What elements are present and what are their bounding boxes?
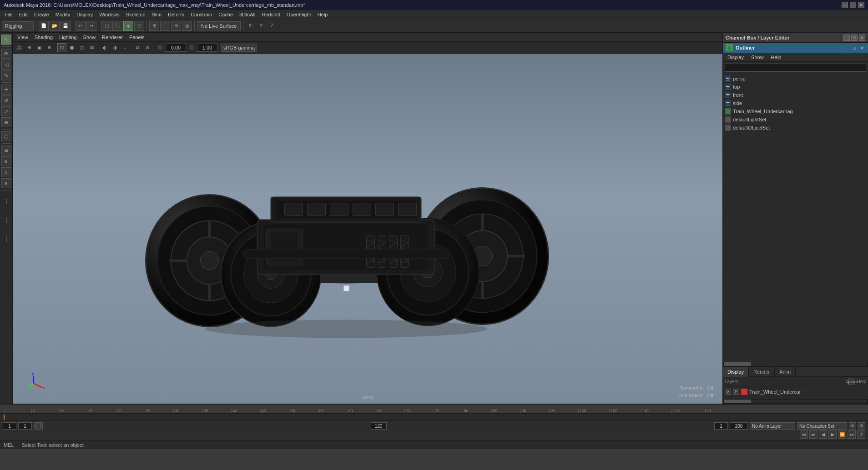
outliner-item-default-light-set[interactable]: ⬡ defaultLightSet: [723, 115, 868, 124]
tab-display[interactable]: Display: [723, 367, 749, 377]
save-scene-button[interactable]: 💾: [61, 21, 71, 31]
select-components-button[interactable]: ⬡: [134, 21, 144, 31]
outliner-menu-display[interactable]: Display: [725, 53, 747, 62]
menu-deform[interactable]: Deform: [165, 10, 187, 19]
outliner-maximize[interactable]: □: [851, 45, 858, 51]
soft-mod-button[interactable]: ⬡: [1, 131, 11, 141]
maximize-button[interactable]: □: [850, 2, 856, 8]
outliner-item-default-object-set[interactable]: ⬡ defaultObjectSet: [723, 124, 868, 132]
viewport-menu-renderer[interactable]: Renderer: [99, 33, 126, 42]
snap-point-button[interactable]: ⊕: [171, 21, 181, 31]
paint-select-button[interactable]: ✎: [1, 70, 11, 80]
vt-gamma-input[interactable]: 1.00: [197, 44, 217, 52]
menu-help[interactable]: Help: [315, 10, 331, 19]
go-to-start-button[interactable]: ⏮: [800, 430, 808, 439]
vt-antialias-button[interactable]: ○: [120, 43, 129, 52]
vt-exposure-input[interactable]: 0.00: [166, 44, 186, 52]
go-to-end-button[interactable]: ⏭: [848, 430, 856, 439]
select-tool-button[interactable]: ↖: [1, 35, 11, 45]
snap-curve-button[interactable]: ⌒: [160, 21, 170, 31]
play-back-button[interactable]: ◀: [819, 430, 827, 439]
layer-color-swatch[interactable]: [741, 389, 747, 395]
viewport-menu-view[interactable]: View: [15, 33, 31, 42]
play-forward-button[interactable]: ▶: [828, 430, 837, 439]
vt-camera-button[interactable]: 🎥: [15, 43, 24, 52]
lasso-tool-button[interactable]: ◁: [1, 60, 11, 70]
outliner-item-top[interactable]: 📷 top: [723, 83, 868, 91]
timeline-playhead[interactable]: [4, 415, 5, 420]
timeline-ruler[interactable]: 1 5 10 15 20 25 30 35 40 45 50 55 60 65 …: [0, 404, 868, 413]
outliner-minimize[interactable]: ─: [843, 45, 850, 51]
extra-button[interactable]: ⚙: [858, 422, 865, 430]
vt-color-profile-dropdown[interactable]: sRGB gamma: [221, 44, 257, 52]
range-end-input[interactable]: 200: [730, 422, 748, 430]
vt-texture-button[interactable]: ⊠: [87, 43, 96, 52]
step-back-button[interactable]: ⏭: [809, 430, 818, 439]
outliner-item-side[interactable]: 📷 side: [723, 99, 868, 107]
viewport-menu-lighting[interactable]: Lighting: [56, 33, 80, 42]
outliner-item-persp[interactable]: 📷 persp: [723, 75, 868, 83]
range-start-input[interactable]: [714, 422, 728, 430]
viewport-menu-show[interactable]: Show: [81, 33, 99, 42]
outliner-item-train-wheel[interactable]: ⬡ Train_Wheel_Undercarriag: [723, 107, 868, 115]
vt-grid-button[interactable]: ⊞: [25, 43, 34, 52]
layer-visibility-toggle[interactable]: V: [725, 389, 731, 395]
viewport-menu-panels[interactable]: Panels: [126, 33, 147, 42]
end-frame-input[interactable]: 120: [371, 422, 387, 430]
new-scene-button[interactable]: 📄: [39, 21, 49, 31]
open-scene-button[interactable]: 📂: [50, 21, 60, 31]
timeline-bar[interactable]: [0, 413, 868, 420]
snap-view-button[interactable]: ◎: [182, 21, 192, 31]
snap-grid-button[interactable]: ⊞: [149, 21, 159, 31]
mode-dropdown[interactable]: Rigging: [2, 21, 34, 30]
quick-layout-button[interactable]: ⊞: [1, 156, 11, 166]
channel-box-close[interactable]: ✕: [859, 35, 865, 41]
layer-horizontal-scrollbar[interactable]: [723, 399, 868, 404]
layer-item-train-wheel[interactable]: V P Train_Wheel_Undercar: [723, 387, 868, 396]
outliner-close[interactable]: ✕: [859, 45, 865, 51]
frame-all-button[interactable]: ⊡: [1, 167, 11, 177]
outliner-item-front[interactable]: 📷 front: [723, 91, 868, 99]
layer-playback-toggle[interactable]: P: [733, 389, 739, 395]
minimize-button[interactable]: ─: [842, 2, 848, 8]
redo-button[interactable]: ↪: [86, 21, 96, 31]
3d-viewport[interactable]: X Y Z persp Symmetry: Off Soft Select: O…: [13, 54, 722, 404]
paint-tool-button[interactable]: ⟳: [1, 49, 11, 59]
no-character-set-dropdown[interactable]: No Character Set: [797, 422, 847, 430]
menu-cache[interactable]: Cache: [216, 10, 236, 19]
menu-edit[interactable]: Edit: [16, 10, 30, 19]
outliner-menu-show[interactable]: Show: [748, 53, 767, 62]
outliner-horizontal-scrollbar[interactable]: [723, 362, 868, 366]
current-frame-start-input[interactable]: 1: [3, 422, 16, 430]
channel-box-minimize[interactable]: ─: [843, 35, 850, 41]
vt-wireframe-button[interactable]: ⊡: [57, 43, 66, 52]
menu-modify[interactable]: Modify: [53, 10, 73, 19]
menu-display[interactable]: Display: [74, 10, 96, 19]
vt-xray-button[interactable]: ⊘: [143, 43, 152, 52]
menu-skeleton[interactable]: Skeleton: [123, 10, 148, 19]
tab-render[interactable]: Render: [749, 367, 775, 377]
vt-isolate-button[interactable]: ⧉: [133, 43, 142, 52]
preferences-button[interactable]: ⚙: [849, 422, 856, 430]
tab-anim[interactable]: Anim: [775, 367, 796, 377]
vt-smooth-wireframe-button[interactable]: ◻: [77, 43, 86, 52]
menu-3dtoall[interactable]: 3DtoAll: [237, 10, 258, 19]
layer-scrollbar-thumb[interactable]: [724, 400, 751, 403]
menu-skin[interactable]: Skin: [149, 10, 164, 19]
menu-windows[interactable]: Windows: [96, 10, 122, 19]
select-by-component-button[interactable]: ⬛: [112, 21, 122, 31]
scale-tool-button[interactable]: ⤢: [1, 106, 11, 116]
select-by-hierarchy-button[interactable]: ⬚: [101, 21, 111, 31]
vt-smooth-shade-button[interactable]: ◼: [67, 43, 76, 52]
step-forward-button[interactable]: ⏩: [838, 430, 846, 439]
undo-button[interactable]: ↩: [76, 21, 86, 31]
select-object-button[interactable]: ◈: [123, 21, 133, 31]
no-anim-layer-dropdown[interactable]: No Anim Layer: [750, 422, 795, 430]
grid-button[interactable]: ⊞: [1, 178, 11, 188]
vt-ambient-occ-button[interactable]: ◑: [110, 43, 119, 52]
vt-shadow-button[interactable]: ◐: [100, 43, 109, 52]
move-tool-button[interactable]: ✛: [1, 85, 11, 95]
rotate-tool-button[interactable]: ↺: [1, 95, 11, 105]
menu-create[interactable]: Create: [31, 10, 52, 19]
menu-constrain[interactable]: Constrain: [188, 10, 215, 19]
